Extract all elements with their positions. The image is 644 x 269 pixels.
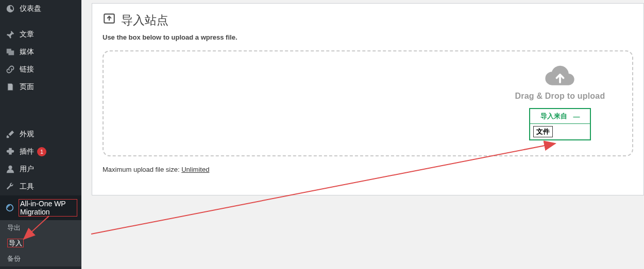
max-upload-link[interactable]: Unlimited [181,166,209,173]
user-icon [5,164,15,174]
dropzone-label: Drag & Drop to upload [515,92,605,101]
nav-tools[interactable]: 工具 [0,178,81,195]
nav-users[interactable]: 用户 [0,160,81,178]
nav-label: 媒体 [20,47,34,57]
submenu-backup[interactable]: 备份 [0,251,81,266]
import-option-file[interactable]: 文件 [530,124,590,139]
svg-point-0 [8,166,12,169]
submenu-import[interactable]: 导入 [0,236,81,251]
import-from-label: 导入来自 [540,112,567,121]
main-content: 导入站点 Use the box below to upload a wpres… [81,0,644,269]
upload-dropzone[interactable]: Drag & Drop to upload 导入来自 — 文件 [103,50,633,156]
import-option-file-label: 文件 [533,126,553,137]
nav-label: All-in-One WP Migration [19,199,77,217]
link-icon [5,64,15,75]
nav-appearance[interactable]: 外观 [0,125,81,143]
nav-label: 仪表盘 [20,4,41,13]
nav-label: 文章 [20,30,34,39]
submenu-label: 导出 [7,224,21,231]
page-icon [5,82,15,92]
nav-posts[interactable]: 文章 [0,26,81,43]
dashboard-icon [5,4,15,14]
admin-sidebar: 仪表盘 文章 媒体 链接 页面 [0,0,81,269]
dropzone-content: Drag & Drop to upload 导入来自 — 文件 [509,63,612,140]
nav-label: 插件 [20,147,34,156]
page-title: 导入站点 [103,12,633,28]
nav-label: 页面 [20,82,34,92]
nav-label: 用户 [20,165,34,174]
page-subtitle: Use the box below to upload a wpress fil… [103,33,633,41]
ai1wm-icon [5,203,14,213]
submenu-export[interactable]: 导出 [0,220,81,236]
cloud-upload-icon [545,63,575,88]
wrench-icon [5,182,15,192]
minus-icon: — [573,113,580,120]
plugins-update-badge: 1 [37,147,46,156]
ai1wm-submenu: 导出 导入 备份 [0,220,81,266]
nav-media[interactable]: 媒体 [0,43,81,61]
nav-label: 外观 [20,130,34,139]
brush-icon [5,129,15,139]
pin-icon [5,29,15,40]
nav-label: 链接 [20,65,34,74]
max-upload-label: Maximum upload file size: [103,166,181,173]
plugin-icon [5,147,15,157]
import-panel: 导入站点 Use the box below to upload a wpres… [92,3,644,195]
import-from-box: 导入来自 — 文件 [529,108,591,140]
max-upload-line: Maximum upload file size: Unlimited [103,166,633,173]
nav-links[interactable]: 链接 [0,61,81,78]
nav-ai1wm[interactable]: All-in-One WP Migration [0,195,81,220]
submenu-label: 导入 [7,239,24,247]
media-icon [5,47,15,57]
submenu-label: 备份 [7,255,21,262]
import-icon [103,12,116,28]
page-title-text: 导入站点 [121,12,168,28]
import-from-toggle[interactable]: 导入来自 — [530,109,590,124]
nav-plugins[interactable]: 插件 1 [0,143,81,160]
nav-pages[interactable]: 页面 [0,78,81,96]
nav-label: 工具 [20,182,34,191]
nav-dashboard[interactable]: 仪表盘 [0,0,81,17]
